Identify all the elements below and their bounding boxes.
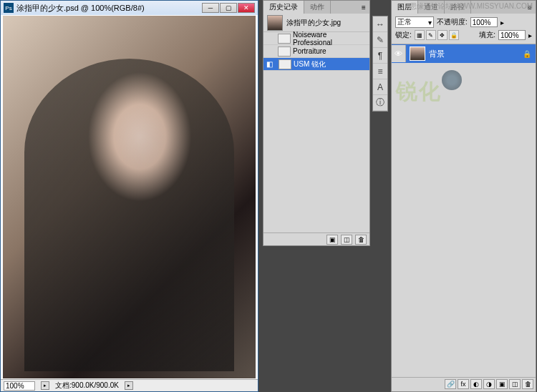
lock-transparency-icon[interactable]: ▦ <box>415 30 425 40</box>
history-filename: 涂指甲的少女.jpg <box>286 18 341 28</box>
blend-mode-select[interactable]: 正常 ▾ <box>395 16 434 28</box>
history-footer: ▣ ◫ 🗑 <box>263 232 369 245</box>
layer-thumb <box>410 46 425 61</box>
delete-layer-icon[interactable]: 🗑 <box>522 379 533 389</box>
zoom-dropdown-icon[interactable]: ▸ <box>41 381 49 390</box>
layers-panel: 图层 通道 路径 ≡ 正常 ▾ 不透明度: 100% ▸ 锁定: ▦ ✎ ✥ 🔒… <box>391 0 536 392</box>
document-titlebar[interactable]: Ps 涂指甲的少女.psd @ 100%(RGB/8#) ─ ▢ ✕ <box>1 1 258 15</box>
visibility-eye-icon[interactable]: 👁 <box>392 45 406 62</box>
history-item[interactable]: ◧ USM 锐化 <box>263 58 369 71</box>
tab-history[interactable]: 历史记录 <box>263 1 304 14</box>
fill-label: 填充: <box>479 30 495 40</box>
delete-state-icon[interactable]: 🗑 <box>355 235 367 245</box>
close-button[interactable]: ✕ <box>238 3 255 13</box>
lock-paint-icon[interactable]: ✎ <box>426 30 436 40</box>
history-step-icon <box>278 46 291 57</box>
lock-label: 锁定: <box>395 30 412 40</box>
history-step-icon <box>278 34 291 44</box>
layer-lock-icon: 🔒 <box>523 50 531 58</box>
status-dropdown-icon[interactable]: ▸ <box>125 381 133 390</box>
layer-item[interactable]: 👁 背景 🔒 <box>392 44 536 63</box>
layer-style-icon[interactable]: fx <box>458 379 469 389</box>
layers-controls: 正常 ▾ 不透明度: 100% ▸ 锁定: ▦ ✎ ✥ 🔒 填充: 100% ▸ <box>392 14 536 44</box>
panel-menu-icon[interactable]: ≡ <box>358 1 369 14</box>
lock-position-icon[interactable]: ✥ <box>437 30 448 40</box>
fill-input[interactable]: 100% <box>498 30 526 40</box>
layer-name: 背景 <box>429 49 445 59</box>
photo-image <box>3 16 256 378</box>
tool-char-icon[interactable]: A <box>373 79 387 95</box>
document-size-label: 文档:900.0K/900.0K <box>55 381 119 391</box>
history-step-label: Portraiture <box>293 47 326 55</box>
layers-list: 👁 背景 🔒 <box>392 44 536 63</box>
document-statusbar: 100% ▸ 文档:900.0K/900.0K ▸ <box>1 379 258 391</box>
vertical-tool-strip: ↔ ✎ ¶ ≡ A ⓘ <box>372 16 388 112</box>
maximize-button[interactable]: ▢ <box>220 3 237 13</box>
layer-mask-icon[interactable]: ◐ <box>470 379 482 389</box>
link-layers-icon[interactable]: 🔗 <box>445 379 456 389</box>
history-source[interactable]: 涂指甲的少女.jpg <box>263 14 369 32</box>
history-item[interactable]: Portraiture <box>263 45 369 58</box>
history-brush-icon[interactable]: ◧ <box>266 60 275 69</box>
history-step-icon <box>279 59 291 69</box>
chevron-down-icon: ▾ <box>428 19 432 26</box>
tool-arrow-icon[interactable]: ↔ <box>373 16 387 32</box>
history-panel: 历史记录 动作 ≡ 涂指甲的少女.jpg Noiseware Professio… <box>263 0 370 246</box>
layer-group-icon[interactable]: ▣ <box>496 379 508 389</box>
tab-layers[interactable]: 图层 <box>392 1 418 14</box>
tool-align-icon[interactable]: ≡ <box>373 64 387 79</box>
tab-actions[interactable]: 动作 <box>304 1 331 14</box>
document-window: Ps 涂指甲的少女.psd @ 100%(RGB/8#) ─ ▢ ✕ 100% … <box>0 0 258 392</box>
tab-paths[interactable]: 路径 <box>445 1 471 14</box>
zoom-input[interactable]: 100% <box>4 381 35 391</box>
tool-info-icon[interactable]: ⓘ <box>373 95 387 111</box>
chevron-right-icon[interactable]: ▸ <box>500 19 504 26</box>
panel-menu-icon[interactable]: ≡ <box>524 1 536 14</box>
history-panel-tabs: 历史记录 动作 ≡ <box>263 1 369 14</box>
document-canvas[interactable] <box>3 16 256 378</box>
opacity-input[interactable]: 100% <box>470 17 498 27</box>
ps-file-icon: Ps <box>4 3 14 13</box>
history-thumb <box>267 15 283 31</box>
opacity-label: 不透明度: <box>437 17 468 27</box>
layers-panel-tabs: 图层 通道 路径 ≡ <box>392 1 536 14</box>
tab-channels[interactable]: 通道 <box>418 1 445 14</box>
chevron-right-icon[interactable]: ▸ <box>528 31 532 39</box>
tool-text-icon[interactable]: ¶ <box>373 48 387 64</box>
minimize-button[interactable]: ─ <box>202 3 219 13</box>
snapshot-from-state-icon[interactable]: ▣ <box>326 235 338 245</box>
history-step-label: USM 锐化 <box>294 59 326 69</box>
history-step-label: Noiseware Professional <box>293 31 368 46</box>
layers-footer: 🔗 fx ◐ ◑ ▣ ◫ 🗑 <box>392 377 536 391</box>
tool-brush-icon[interactable]: ✎ <box>373 32 387 48</box>
history-list: Noiseware Professional Portraiture ◧ USM… <box>263 32 369 71</box>
document-title: 涂指甲的少女.psd @ 100%(RGB/8#) <box>16 3 202 14</box>
new-snapshot-icon[interactable]: ◫ <box>341 235 352 245</box>
adjustment-layer-icon[interactable]: ◑ <box>483 379 495 389</box>
lock-all-icon[interactable]: 🔒 <box>449 30 459 40</box>
history-item[interactable]: Noiseware Professional <box>263 32 369 45</box>
new-layer-icon[interactable]: ◫ <box>509 379 521 389</box>
blend-mode-value: 正常 <box>397 17 412 27</box>
